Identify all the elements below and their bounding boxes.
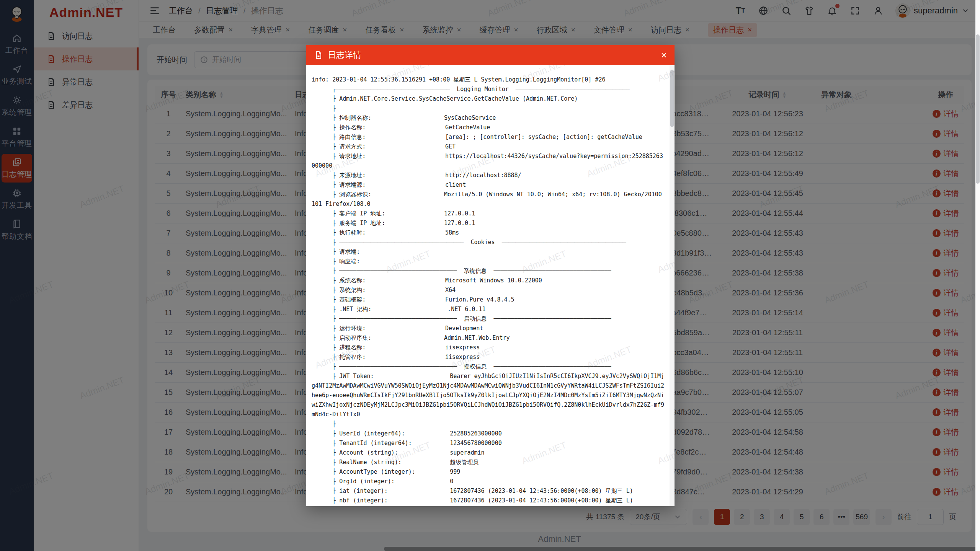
log-detail-dialog: 日志详情 × info: 2023-01-04 12:55:36.1516291…: [306, 45, 675, 506]
dialog-body: info: 2023-01-04 12:55:36.1516291 +08:00…: [306, 65, 675, 506]
dialog-title-wrap: 日志详情: [314, 49, 361, 61]
close-icon[interactable]: ×: [661, 50, 667, 60]
app-root: 工作台业务测试系统管理平台管理日志管理开发工具帮助文档 Admin.NET 访问…: [0, 0, 980, 551]
log-text: info: 2023-01-04 12:55:36.1516291 +08:00…: [306, 65, 675, 506]
dialog-scrollbar-track: [670, 65, 675, 506]
dialog-header: 日志详情 ×: [306, 45, 675, 65]
page-scrollbar-track: [975, 0, 980, 551]
dialog-title: 日志详情: [328, 49, 361, 61]
dialog-scrollbar-thumb[interactable]: [670, 70, 674, 127]
page-scrollbar-thumb[interactable]: [976, 34, 980, 184]
document-icon: [314, 51, 323, 60]
